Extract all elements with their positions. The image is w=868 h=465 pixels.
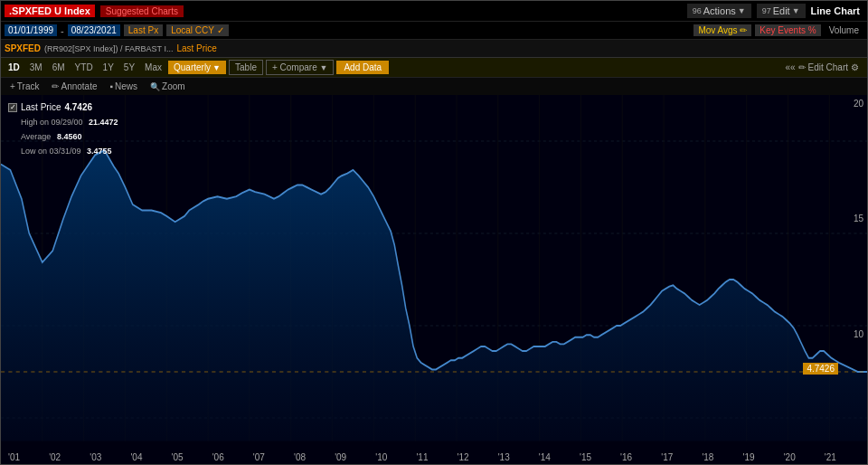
x-label-13: '13: [498, 452, 510, 462]
compare-button[interactable]: + Compare ▼: [266, 60, 334, 75]
x-label-11: '11: [416, 452, 428, 462]
compare-dropdown-icon: ▼: [319, 63, 327, 72]
gear-icon: ⚙: [851, 62, 859, 72]
news-icon: ▪: [110, 81, 114, 91]
controls-bar: 1D 3M 6M YTD 1Y 5Y Max Quarterly ▼ Table…: [1, 57, 867, 77]
x-label-19: '19: [743, 452, 755, 462]
x-label-10: '10: [375, 452, 387, 462]
main-container: .SPXFED U Index Suggested Charts 96 Acti…: [0, 0, 868, 465]
legend-last-price-row: Last Price 4.7426: [8, 100, 118, 115]
period-1y[interactable]: 1Y: [99, 61, 118, 74]
local-ccy-button[interactable]: Local CCY ✓: [166, 24, 228, 36]
edit-label: Edit: [773, 5, 790, 16]
x-label-05: '05: [172, 452, 184, 462]
table-button[interactable]: Table: [229, 60, 263, 75]
x-label-18: '18: [702, 452, 713, 462]
top-bar: .SPXFED U Index Suggested Charts 96 Acti…: [1, 1, 867, 21]
zoom-label: Zoom: [162, 81, 185, 91]
x-label-20: '20: [784, 452, 796, 462]
x-label-16: '16: [620, 452, 632, 462]
legend-checkbox[interactable]: [8, 103, 17, 112]
ticker-name: SPXFED: [5, 43, 41, 53]
news-button[interactable]: ▪ News: [107, 81, 142, 92]
news-label: News: [115, 81, 137, 91]
local-ccy-label: Local CCY: [171, 25, 214, 35]
x-label-17: '17: [661, 452, 673, 462]
x-label-06: '06: [212, 452, 224, 462]
date-bar: 01/01/1999 - 08/23/2021 Last Px Local CC…: [1, 21, 867, 39]
legend-high-val: 21.4472: [89, 118, 118, 127]
legend-high-row: High on 09/29/00 21.4472: [8, 115, 118, 129]
y-label-15: 15: [854, 214, 863, 223]
ticker-bar: SPXFED (RR902[SPX Index]) / FARBAST I...…: [1, 39, 867, 57]
chart-area: Last Price 4.7426 High on 09/29/00 21.44…: [1, 95, 867, 464]
edit-button[interactable]: 97 Edit ▼: [757, 4, 806, 18]
x-label-15: '15: [580, 452, 591, 462]
actions-button[interactable]: 96 Actions ▼: [687, 4, 751, 18]
actions-label: Actions: [703, 5, 736, 16]
current-price-label: 4.7426: [803, 363, 838, 375]
x-label-07: '07: [253, 452, 265, 462]
title-badge: .SPXFED U Index: [5, 5, 95, 17]
last-px-button[interactable]: Last Px: [124, 24, 163, 36]
start-date[interactable]: 01/01/1999: [5, 24, 57, 36]
x-label-09: '09: [335, 452, 346, 462]
period-max[interactable]: Max: [141, 61, 165, 74]
key-events-percent: %: [808, 25, 816, 35]
track-button[interactable]: + Track: [6, 81, 42, 92]
annotate-pencil-icon: ✏: [52, 81, 59, 91]
x-label-03: '03: [90, 452, 101, 462]
period-1d[interactable]: 1D: [5, 61, 24, 74]
date-separator: -: [61, 25, 64, 36]
chart-svg: [1, 95, 867, 464]
y-axis: 20 15 10: [840, 95, 867, 448]
x-label-04: '04: [130, 452, 142, 462]
edit-chart-button[interactable]: «« ✏ Edit Chart ⚙: [780, 61, 863, 74]
legend-high-label: High on 09/29/00: [21, 118, 83, 127]
end-date[interactable]: 08/23/2021: [68, 24, 120, 36]
line-chart-label: Line Chart: [811, 5, 863, 16]
legend-avg-val: 8.4560: [57, 132, 82, 141]
period-3m[interactable]: 3M: [26, 61, 46, 74]
quarterly-dropdown-icon: ▼: [212, 63, 221, 72]
back-arrows-icon: ««: [785, 62, 795, 72]
x-label-08: '08: [294, 452, 306, 462]
ticker-desc: (RR902[SPX Index]) / FARBAST I...: [44, 44, 173, 53]
actions-num: 96: [693, 6, 702, 15]
legend: Last Price 4.7426 High on 09/29/00 21.44…: [8, 100, 118, 158]
period-5y[interactable]: 5Y: [120, 61, 138, 74]
quarterly-label: Quarterly: [174, 62, 211, 72]
key-events-label: Key Events: [760, 25, 806, 35]
period-ytd[interactable]: YTD: [71, 61, 97, 74]
suggested-charts[interactable]: Suggested Charts: [100, 5, 184, 17]
edit-chart-pencil-icon: ✏: [798, 62, 806, 72]
track-label: Track: [17, 81, 40, 91]
svg-marker-24: [1, 150, 867, 441]
zoom-icon: 🔍: [150, 82, 160, 91]
x-axis: '01 '02 '03 '04 '05 '06 '07 '08 '09 '10 …: [8, 452, 836, 462]
mov-avgs-button[interactable]: Mov Avgs ✏: [693, 24, 751, 36]
ticker-last-price-label: Last Price: [176, 43, 216, 53]
sub-controls-bar: + Track ✏ Annotate ▪ News 🔍 Zoom: [1, 77, 867, 95]
mov-avgs-label: Mov Avgs: [698, 25, 737, 35]
quarterly-button[interactable]: Quarterly ▼: [168, 61, 226, 74]
edit-chart-label: Edit Chart: [808, 62, 848, 72]
edit-num: 97: [762, 6, 771, 15]
y-label-10: 10: [854, 329, 863, 339]
period-6m[interactable]: 6M: [49, 61, 69, 74]
legend-avg-row: Average 8.4560: [8, 129, 118, 144]
y-label-20: 20: [854, 99, 863, 109]
edit-dropdown-icon: ▼: [792, 6, 800, 15]
annotate-button[interactable]: ✏ Annotate: [48, 81, 100, 92]
volume-label: Volume: [825, 24, 863, 36]
zoom-button[interactable]: 🔍 Zoom: [146, 81, 189, 92]
x-label-14: '14: [539, 452, 551, 462]
local-ccy-check: ✓: [217, 25, 224, 35]
add-data-button[interactable]: Add Data: [336, 61, 389, 74]
track-plus-icon: +: [10, 81, 15, 91]
legend-low-label: Low on 03/31/09: [21, 147, 81, 156]
legend-avg-label: Average: [21, 132, 51, 141]
annotate-label: Annotate: [61, 81, 97, 91]
key-events-button[interactable]: Key Events %: [755, 24, 820, 36]
x-label-12: '12: [458, 452, 469, 462]
